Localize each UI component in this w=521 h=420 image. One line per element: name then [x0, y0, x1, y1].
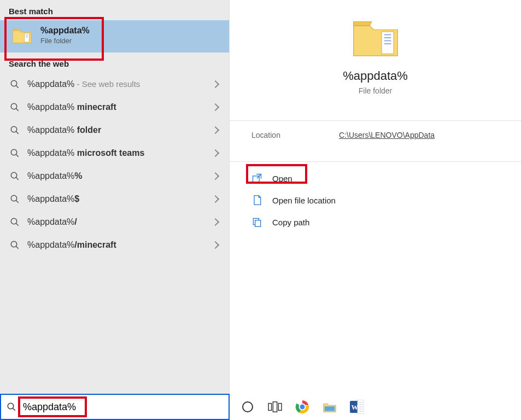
search-results-panel: Best match %appdata% File folder Search … — [0, 0, 230, 394]
svg-rect-32 — [268, 404, 272, 411]
chevron-right-icon — [212, 126, 219, 134]
web-results-list: %appdata% - See web results %appdata% mi… — [0, 73, 229, 256]
chevron-right-icon — [212, 172, 219, 180]
chevron-right-icon — [212, 149, 219, 157]
svg-rect-33 — [273, 402, 277, 412]
cortana-icon[interactable] — [241, 400, 255, 414]
copy-icon — [251, 217, 262, 228]
search-icon — [10, 79, 20, 89]
svg-rect-0 — [25, 33, 30, 42]
web-result-item[interactable]: %appdata%% — [0, 165, 229, 188]
svg-point-8 — [11, 126, 17, 132]
open-file-location-action[interactable]: Open file location — [251, 189, 521, 211]
chevron-right-icon — [212, 241, 219, 249]
file-explorer-icon[interactable] — [323, 400, 337, 414]
search-icon — [7, 402, 16, 412]
svg-line-9 — [16, 131, 19, 134]
taskbar-search-box[interactable] — [0, 394, 230, 420]
chevron-right-icon — [212, 195, 219, 203]
open-label: Open — [272, 174, 292, 183]
web-result-item[interactable]: %appdata% - See web results — [0, 73, 229, 96]
open-icon — [251, 173, 262, 184]
best-match-title: %appdata% — [40, 26, 90, 36]
best-match-result[interactable]: %appdata% File folder — [0, 20, 229, 52]
search-web-header: Search the web — [0, 52, 229, 73]
search-icon — [10, 102, 20, 112]
file-location-icon — [251, 195, 262, 206]
word-icon[interactable]: W — [350, 400, 364, 414]
best-match-header: Best match — [0, 0, 229, 20]
chevron-right-icon — [212, 218, 219, 226]
chevron-right-icon — [212, 80, 219, 88]
svg-point-12 — [11, 172, 17, 178]
svg-point-29 — [8, 403, 14, 409]
open-action[interactable]: Open — [251, 167, 521, 189]
svg-rect-28 — [255, 220, 261, 227]
svg-point-10 — [11, 149, 17, 155]
location-value[interactable]: C:\Users\LENOVO\AppData — [339, 131, 435, 139]
web-result-item[interactable]: %appdata% folder — [0, 119, 229, 142]
svg-line-5 — [16, 85, 19, 88]
svg-rect-34 — [278, 404, 282, 411]
copy-path-action[interactable]: Copy path — [251, 211, 521, 233]
copy-path-label: Copy path — [272, 218, 309, 227]
svg-point-16 — [11, 218, 17, 224]
svg-line-11 — [16, 154, 19, 157]
folder-icon — [352, 16, 400, 59]
svg-line-17 — [16, 223, 19, 226]
web-result-item[interactable]: %appdata%/ — [0, 211, 229, 234]
web-result-item[interactable]: %appdata%$ — [0, 188, 229, 211]
search-icon — [10, 148, 20, 158]
location-label: Location — [251, 131, 339, 139]
web-result-item[interactable]: %appdata% minecraft — [0, 96, 229, 119]
search-icon — [10, 125, 20, 135]
svg-point-14 — [11, 195, 17, 201]
search-icon — [10, 240, 20, 250]
search-icon — [10, 217, 20, 227]
search-icon — [10, 194, 20, 204]
svg-point-31 — [243, 402, 253, 412]
preview-title: %appdata% — [343, 69, 408, 83]
svg-point-4 — [11, 80, 17, 86]
open-file-location-label: Open file location — [272, 196, 336, 205]
svg-point-18 — [11, 241, 17, 247]
web-result-item[interactable]: %appdata%/minecraft — [0, 234, 229, 256]
folder-icon — [12, 27, 32, 44]
web-result-item[interactable]: %appdata% microsoft teams — [0, 142, 229, 165]
svg-rect-38 — [325, 406, 335, 411]
preview-panel: %appdata% File folder Location C:\Users\… — [230, 0, 521, 394]
search-input[interactable] — [21, 398, 223, 416]
svg-line-15 — [16, 200, 19, 203]
preview-subtitle: File folder — [359, 86, 392, 95]
svg-line-13 — [16, 177, 19, 180]
svg-point-6 — [11, 103, 17, 109]
svg-line-19 — [16, 246, 19, 249]
search-icon — [10, 171, 20, 181]
chrome-icon[interactable] — [295, 400, 309, 414]
svg-text:W: W — [352, 403, 359, 411]
best-match-subtitle: File folder — [40, 37, 90, 45]
taskbar: W — [0, 394, 521, 420]
task-view-icon[interactable] — [268, 400, 282, 414]
svg-line-7 — [16, 108, 19, 111]
svg-line-30 — [13, 408, 15, 411]
chevron-right-icon — [212, 103, 219, 111]
